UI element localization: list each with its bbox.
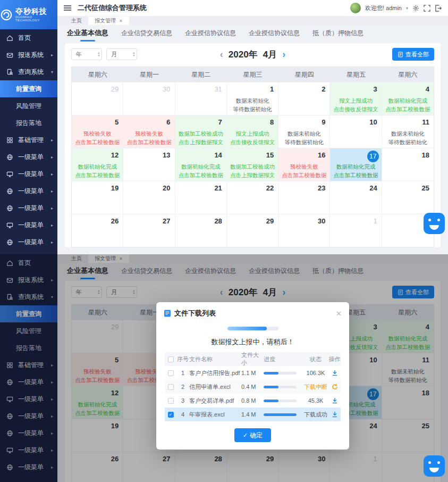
calendar-day-cell[interactable]: 20	[123, 181, 175, 214]
checkbox-icon[interactable]: ✓	[168, 412, 174, 418]
sidebar-subitem[interactable]: 前置查询	[0, 80, 57, 97]
calendar-day-cell[interactable]: 28	[175, 214, 227, 247]
hamburger-menu-icon[interactable]	[64, 5, 71, 11]
content-tab[interactable]: 企业基本信息	[67, 25, 108, 41]
view-all-button[interactable]: 查看全部	[392, 48, 434, 61]
calendar-day-cell[interactable]: 1数据未初始化等待数据初始化	[227, 82, 278, 115]
column-header: 序号	[176, 355, 189, 363]
download-row[interactable]: 3客户交易详单.pdf0.8 M45.3K	[165, 394, 341, 408]
sidebar-item[interactable]: 一级菜单▸	[0, 148, 57, 165]
fullscreen-icon[interactable]	[424, 5, 430, 12]
sidebar-item[interactable]: 查询系统▾	[0, 63, 57, 80]
close-tab-icon[interactable]: ✕	[119, 19, 123, 23]
calendar-day-cell[interactable]: 10	[330, 115, 382, 148]
calendar-day-cell[interactable]: 30	[278, 214, 330, 247]
calendar-day-cell[interactable]: 27	[123, 214, 175, 247]
day-number: 6	[166, 118, 170, 126]
sidebar-item[interactable]: 一级菜单▸	[0, 200, 57, 217]
monitor-icon	[6, 171, 14, 178]
window-tab[interactable]: 主页	[65, 16, 88, 25]
confirm-button[interactable]: ✓ 确定	[234, 428, 271, 442]
next-month-icon[interactable]: ›	[282, 49, 285, 59]
calendar-day-cell[interactable]: 8报文上报成功点击接收反馈报文	[227, 115, 278, 148]
calendar-day-cell[interactable]: 15数据加工校验成功点击上报数据报文	[227, 148, 278, 181]
checkbox-icon[interactable]	[168, 356, 174, 362]
calendar-day-cell[interactable]: 5预校验失败点击加工校验数据	[72, 115, 123, 148]
month-stepper[interactable]: 月 ▴▾	[106, 48, 137, 60]
calendar-day-cell[interactable]: 11数据未初始化等待数据初始化	[382, 115, 434, 148]
calendar-day-cell[interactable]: 22	[227, 181, 278, 214]
calendar-day-cell[interactable]: 1	[330, 214, 382, 247]
calendar-day-cell[interactable]: 4数据初始化完成点击加工校验数据	[382, 82, 434, 115]
checkbox-icon[interactable]	[168, 398, 174, 404]
chat-widget[interactable]	[424, 213, 445, 234]
calendar-day-cell[interactable]: 3报文上报成功点击接收反馈报文	[330, 82, 382, 115]
year-stepper[interactable]: 年 ▴▾	[71, 48, 102, 60]
row-checkbox[interactable]	[165, 384, 176, 390]
refresh-icon[interactable]	[328, 384, 341, 390]
sidebar-item[interactable]: 报送系统▸	[0, 46, 57, 63]
sidebar-item[interactable]: 一级菜单▸	[0, 182, 57, 200]
calendar-day-cell[interactable]: 30	[123, 82, 175, 115]
content-tab[interactable]: 企业授信协议信息	[249, 26, 300, 41]
sidebar-item[interactable]: 一级菜单▸	[0, 234, 57, 251]
download-row[interactable]: 1客户户信用报告.pdf1.1 M106.3K	[165, 366, 341, 380]
calendar-day-cell[interactable]: 23	[278, 181, 330, 214]
calendar-day-cell[interactable]: 29	[227, 214, 278, 247]
calendar-day-cell[interactable]: 24	[330, 181, 382, 214]
calendar-day-cell[interactable]: 25	[382, 181, 434, 214]
stepper-arrows-icon[interactable]: ▴▾	[98, 52, 99, 57]
logout-icon[interactable]	[435, 5, 442, 12]
window-tab[interactable]: 报文管理✕	[88, 16, 129, 25]
sidebar-item[interactable]: 一级菜单▸	[0, 165, 57, 182]
avatar[interactable]	[350, 3, 361, 13]
logo[interactable]: 夺秒科技 DUOMIAO TECHNOLOGY	[0, 0, 57, 29]
calendar-day-cell[interactable]: 2	[278, 82, 330, 115]
calendar-day-cell[interactable]: 17数据初始化完成点击加工校验数据	[330, 148, 382, 181]
checkbox-icon[interactable]	[168, 384, 174, 390]
calendar-day-cell[interactable]: 13	[123, 148, 175, 181]
row-index: 3	[176, 397, 189, 404]
download-icon[interactable]	[328, 370, 341, 376]
row-checkbox[interactable]	[165, 398, 176, 404]
calendar-day-cell[interactable]: 29	[72, 82, 123, 115]
calendar-day-cell[interactable]: 9数据未初始化等待数据初始化	[278, 115, 330, 148]
sidebar-subitem[interactable]: 风险管理	[0, 97, 57, 114]
content-tab[interactable]: 企业信贷交易信息	[121, 26, 172, 41]
download-row[interactable]: ✓4年审报表.excl1.4 M下载成功	[165, 408, 341, 421]
day-status-text: 数据未初始化	[382, 129, 434, 138]
calendar-day-cell[interactable]: 16预校验失败点击加工校验数据	[278, 148, 330, 181]
day-number: 12	[111, 151, 119, 159]
file-name: 客户交易详单.pdf	[189, 397, 241, 405]
calendar-day-cell[interactable]: 18	[382, 148, 434, 181]
sidebar-subitem[interactable]: 报告落地	[0, 114, 57, 131]
row-checkbox[interactable]	[165, 370, 176, 376]
calendar-day-cell[interactable]: 7数据加工校验成功点击上报数据报文	[175, 115, 227, 148]
calendar-day-cell[interactable]: 6预校验失败点击加工校验数据	[123, 115, 175, 148]
calendar-day-cell[interactable]: 26	[72, 214, 123, 247]
row-checkbox[interactable]: ✓	[165, 412, 176, 418]
calendar-day-cell[interactable]: 19	[72, 181, 123, 214]
sidebar-item[interactable]: 首页	[0, 29, 57, 46]
stepper-arrows-icon[interactable]: ▴▾	[133, 52, 134, 57]
close-icon[interactable]: ✕	[336, 310, 342, 318]
download-icon[interactable]	[328, 397, 341, 404]
calendar-day-cell[interactable]: 21	[175, 181, 227, 214]
content-tab[interactable]: 抵（质）押物信息	[312, 26, 364, 41]
chat-widget[interactable]	[424, 455, 445, 477]
calendar-day-cell[interactable]: 12数据初始化完成点击加工校验数据	[72, 148, 123, 181]
sidebar-item-label: 一级菜单	[18, 238, 44, 247]
calendar-day-cell[interactable]: 14数据初始化完成点击加工校验数据	[175, 148, 227, 181]
sidebar-item[interactable]: 一级菜单▸	[0, 217, 57, 234]
prev-month-icon[interactable]: ‹	[220, 49, 223, 59]
day-number: 21	[214, 184, 222, 192]
calendar-day-cell[interactable]: 31	[175, 82, 227, 115]
user-menu[interactable]: 欢迎您! admin	[365, 4, 402, 12]
select-all-checkbox[interactable]	[165, 356, 176, 362]
content-tab[interactable]: 企业授信协议信息	[185, 26, 236, 41]
download-icon[interactable]	[328, 411, 341, 418]
checkbox-icon[interactable]	[168, 370, 174, 376]
gear-icon[interactable]	[412, 5, 419, 12]
sidebar-item[interactable]: 基础管理▸	[0, 131, 57, 148]
download-row[interactable]: 2信用申请单.excl0.4 M下载中断	[165, 380, 341, 394]
